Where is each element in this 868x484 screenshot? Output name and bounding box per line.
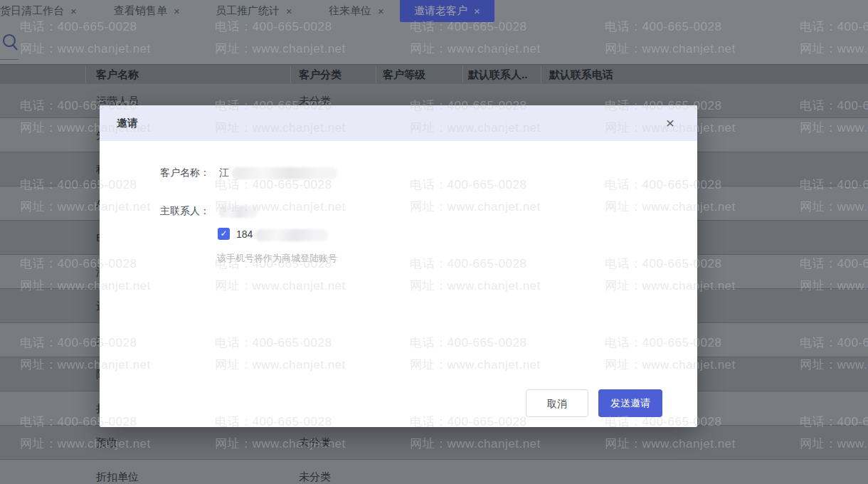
customer-name-value: 江 [219,164,337,180]
send-invite-button[interactable]: 发送邀请 [598,389,662,417]
close-icon[interactable]: × [662,115,679,132]
phone-checkbox-row: ✓ 184 [100,228,697,243]
phone-number: 184 [236,228,328,241]
dialog-header: 邀请 × [100,105,697,141]
phone-checkbox[interactable]: ✓ [218,228,230,240]
redacted-contact-name [219,206,258,218]
phone-hint-text: 该手机号将作为商城登陆账号 [217,252,337,265]
customer-name-label: 客户名称： [139,164,210,180]
invite-dialog: 邀请 × 客户名称： 江 主联系人： ✓ 184 该手机号将作为商城登陆账号 取… [100,105,697,427]
redacted-phone [255,229,328,241]
hint-row: 该手机号将作为商城登陆账号 [100,252,697,268]
primary-contact-value [219,203,258,219]
redacted-customer-name [232,167,337,179]
customer-name-field: 客户名称： 江 [100,164,697,180]
primary-contact-field: 主联系人： [100,203,697,219]
primary-contact-label: 主联系人： [139,203,210,219]
dialog-title: 邀请 [117,105,138,141]
cancel-button[interactable]: 取消 [526,389,588,417]
